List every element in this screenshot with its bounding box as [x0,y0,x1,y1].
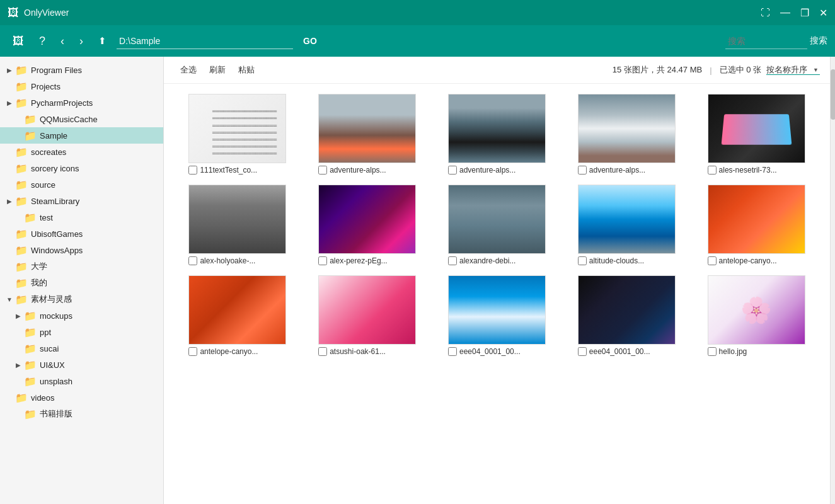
sidebar-item-shujipaiiban[interactable]: ▶ 📁 书籍排版 [0,406,163,422]
window-controls[interactable]: ⛶ — ❐ ✕ [761,7,827,19]
app-title: OnlyViewer [24,8,69,18]
image-checkbox[interactable] [708,166,717,175]
sidebar-item-sucai-lingan[interactable]: ▼ 📁 素材与灵感 [0,291,163,307]
sidebar-label: UbisoftGames [31,229,83,239]
sidebar-item-ubisoftgames[interactable]: ▶ 📁 UbisoftGames [0,226,163,242]
image-name: adventure-alps... [589,166,676,175]
image-item[interactable]: antelope-canyo... [176,275,299,356]
fullscreen-button[interactable]: ⛶ [761,7,770,19]
select-all-button[interactable]: 全选 [174,62,203,78]
upload-button[interactable]: ⬆ [93,33,112,49]
image-count-info: 15 张图片，共 24.47 MB [613,64,702,76]
image-label-row: alex-perez-pEg... [318,256,416,265]
image-item[interactable]: eee04_0001_00... [436,275,558,356]
sidebar-label: Sample [40,131,67,140]
sort-wrapper: 按名称升序 按名称降序 按日期升序 按日期降序 按大小升序 按大小降序 [766,65,820,75]
image-checkbox[interactable] [188,347,197,356]
folder-icon: 📁 [15,97,28,109]
folder-icon: 📁 [15,392,28,404]
image-checkbox[interactable] [708,256,717,265]
sidebar-label: SteamLibrary [31,197,79,206]
refresh-button[interactable]: 刷新 [203,62,232,78]
sort-select[interactable]: 按名称升序 按名称降序 按日期升序 按日期降序 按大小升序 按大小降序 [766,65,820,75]
image-checkbox[interactable] [188,166,197,175]
paste-button[interactable]: 粘贴 [232,62,261,78]
search-input[interactable] [725,33,807,49]
search-label: 搜索 [810,35,827,47]
sidebar-item-source[interactable]: ▶ 📁 source [0,176,163,193]
sidebar-item-wode[interactable]: ▶ 📁 我的 [0,275,163,291]
image-item[interactable]: alex-perez-pEg... [306,185,429,265]
sidebar-label: 大学 [31,261,47,272]
image-name: eee04_0001_00... [589,347,676,356]
sidebar-item-program-files[interactable]: ▶ 📁 Program Files [0,62,163,78]
sidebar-item-mockups[interactable]: ▶ 📁 mockups [0,307,163,324]
image-icon-button[interactable]: 🖼 [8,32,29,50]
image-item[interactable]: ══════════════════ ══════════════════ ══… [176,94,299,175]
image-item[interactable]: 🌸 hello.jpg [695,275,817,356]
sidebar-item-socreates[interactable]: ▶ 📁 socreates [0,144,163,160]
image-checkbox[interactable] [318,256,327,265]
image-checkbox[interactable] [708,347,717,356]
sidebar-item-sucai[interactable]: ▶ 📁 sucai [0,340,163,357]
sidebar-item-qqmusiccache[interactable]: ▶ 📁 QQMusicCache [0,111,163,127]
image-checkbox[interactable] [318,347,327,356]
sidebar-item-sorcery-icons[interactable]: ▶ 📁 sorcery icons [0,160,163,176]
sidebar-label: WindowsApps [31,246,83,255]
image-item[interactable]: alexandre-debi... [436,185,558,265]
image-checkbox[interactable] [448,347,457,356]
sidebar-item-daxue[interactable]: ▶ 📁 大学 [0,258,163,275]
image-thumbnail [188,185,286,254]
back-button[interactable]: ‹ [55,32,69,50]
sidebar-item-videos[interactable]: ▶ 📁 videos [0,389,163,406]
sidebar-item-test[interactable]: ▶ 📁 test [0,209,163,226]
close-button[interactable]: ✕ [819,7,827,19]
sidebar-item-ppt[interactable]: ▶ 📁 ppt [0,324,163,340]
image-item[interactable]: adventure-alps... [306,94,429,175]
folder-icon: 📁 [15,195,28,207]
image-name: adventure-alps... [330,166,416,175]
image-item[interactable]: ales-nesetril-73... [695,94,817,175]
image-item[interactable]: atsushi-oak-61... [306,275,429,356]
image-checkbox[interactable] [448,166,457,175]
scrollbar-thumb[interactable] [831,69,835,120]
image-item[interactable]: eee04_0001_00... [565,275,688,356]
forward-button[interactable]: › [74,32,88,50]
image-checkbox[interactable] [578,166,587,175]
image-name: adventure-alps... [459,166,546,175]
image-checkbox[interactable] [188,256,197,265]
go-button[interactable]: GO [298,33,322,49]
content-area: 全选 刷新 粘贴 15 张图片，共 24.47 MB | 已选中 0 张 按名称… [164,57,830,504]
image-item[interactable]: altitude-clouds... [565,185,688,265]
image-item[interactable]: antelope-canyo... [695,185,817,265]
sidebar-item-steamlibrary[interactable]: ▶ 📁 SteamLibrary [0,193,163,209]
content-info: 15 张图片，共 24.47 MB | 已选中 0 张 按名称升序 按名称降序 … [613,64,820,76]
sidebar-label: 书籍排版 [40,408,72,420]
folder-icon: 📁 [15,163,28,175]
sidebar-item-windowsapps[interactable]: ▶ 📁 WindowsApps [0,242,163,258]
image-checkbox[interactable] [578,347,587,356]
image-checkbox[interactable] [318,166,327,175]
sidebar-item-uiux[interactable]: ▶ 📁 UI&UX [0,357,163,373]
image-name: antelope-canyo... [200,347,286,356]
help-button[interactable]: ? [34,32,50,50]
minimize-button[interactable]: — [780,7,790,19]
image-item[interactable]: adventure-alps... [436,94,558,175]
selected-info: 已选中 0 张 [720,64,761,76]
right-scrollbar[interactable] [830,57,835,504]
image-label-row: alexandre-debi... [448,256,546,265]
image-item[interactable]: adventure-alps... [565,94,688,175]
path-input[interactable] [117,33,293,49]
image-item[interactable]: alex-holyoake-... [176,185,299,265]
sidebar-item-projects[interactable]: ▶ 📁 Projects [0,78,163,94]
folder-icon: 📁 [24,212,37,224]
image-checkbox[interactable] [578,256,587,265]
sidebar-label: source [31,180,55,190]
image-thumbnail [188,275,286,345]
sidebar-item-unsplash[interactable]: ▶ 📁 unsplash [0,373,163,389]
image-name: alex-holyoake-... [200,256,286,265]
sidebar-item-pycharmprojects[interactable]: ▶ 📁 PycharmProjects [0,94,163,111]
sidebar-item-sample[interactable]: ▶ 📁 Sample [0,127,163,144]
image-checkbox[interactable] [448,256,457,265]
restore-button[interactable]: ❐ [800,7,809,19]
